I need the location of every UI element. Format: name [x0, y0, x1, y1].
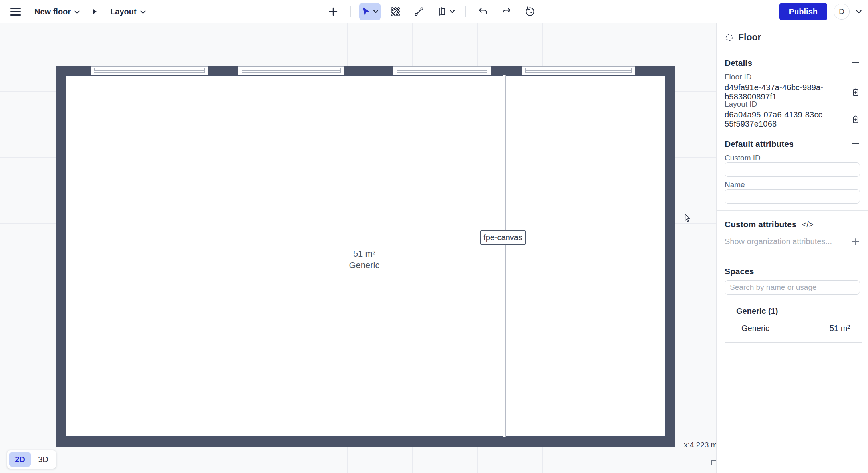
hamburger-icon[interactable]: [10, 8, 21, 16]
space-group-label: Generic (1): [736, 307, 778, 315]
chevron-down-icon: [74, 10, 80, 14]
add-attribute-icon[interactable]: [851, 237, 860, 246]
collapse-default-attributes-button[interactable]: [851, 140, 860, 147]
chevron-down-icon: [450, 10, 455, 13]
area-tool-button[interactable]: [387, 3, 404, 20]
custom-id-label: Custom ID: [725, 154, 860, 162]
panel-title: Floor: [738, 32, 761, 43]
floorplan-canvas[interactable]: 51 m² Generic fpe-canvas x:4.223 m 2D 3D: [0, 23, 716, 473]
coordinate-readout: x:4.223 m: [684, 441, 716, 449]
line-tool-icon: [413, 6, 425, 17]
divider: [717, 48, 868, 48]
chevron-down-icon[interactable]: [856, 10, 862, 14]
copy-icon: [851, 115, 860, 124]
layout-menu-button[interactable]: Layout: [110, 7, 146, 16]
door-tool-icon: [436, 6, 447, 17]
window: [238, 66, 344, 75]
toolbar-divider: [350, 6, 351, 17]
show-org-attributes-row[interactable]: Show organization attributes...: [725, 237, 860, 246]
collapse-details-button[interactable]: [851, 59, 860, 66]
wall-bottom: [56, 437, 675, 447]
chevron-down-icon: [140, 10, 146, 14]
corner-mark: [711, 460, 716, 465]
divider: [725, 342, 862, 343]
window: [91, 66, 208, 75]
window: [393, 66, 491, 75]
floor-menu-label: New floor: [34, 7, 71, 16]
space-row[interactable]: Generic 51 m²: [741, 324, 850, 333]
wall-segment: [208, 66, 238, 75]
copy-floor-id-button[interactable]: [851, 88, 860, 97]
code-icon[interactable]: </>: [802, 220, 814, 229]
properties-panel: Floor Details Floor ID d49fa91e-437a-46b…: [716, 23, 868, 473]
room-usage: Generic: [306, 259, 422, 271]
wall-segment: [635, 66, 675, 75]
show-org-attributes-label: Show organization attributes...: [725, 237, 832, 246]
copy-icon: [851, 88, 860, 97]
top-toolbar: New floor Layout: [0, 0, 868, 23]
layout-id-label: Layout ID: [725, 100, 860, 109]
spaces-heading: Spaces: [725, 267, 754, 276]
floor-menu-button[interactable]: New floor: [34, 7, 80, 16]
canvas-tooltip: fpe-canvas: [480, 230, 526, 245]
custom-id-field[interactable]: [725, 162, 860, 177]
floor-move-icon: [725, 33, 734, 42]
wall-right: [666, 75, 675, 447]
toggle-2d-button[interactable]: 2D: [9, 452, 31, 467]
default-attributes-header: Default attributes: [725, 139, 860, 149]
view-mode-toggle: 2D 3D: [7, 450, 56, 469]
add-element-button[interactable]: [324, 3, 342, 20]
spaces-search-input[interactable]: [725, 280, 860, 295]
custom-attributes-heading: Custom attributes: [725, 220, 796, 229]
space-name: Generic: [741, 324, 769, 333]
spaces-header: Spaces: [725, 267, 860, 276]
room-label: 51 m² Generic: [306, 248, 422, 271]
collapse-spaces-button[interactable]: [851, 267, 860, 275]
breadcrumb-arrow-icon: [93, 9, 97, 14]
space-group-header[interactable]: Generic (1): [736, 307, 850, 316]
name-field[interactable]: [725, 189, 860, 204]
toggle-3d-button[interactable]: 3D: [32, 452, 54, 467]
copy-layout-id-button[interactable]: [851, 115, 860, 124]
layout-menu-label: Layout: [110, 7, 137, 16]
topbar-right: Publish D: [779, 0, 862, 23]
redo-button[interactable]: [498, 3, 515, 20]
divider: [717, 257, 868, 257]
wall-segment: [491, 66, 522, 75]
publish-button[interactable]: Publish: [779, 3, 827, 20]
wall-left: [56, 75, 66, 447]
hatch-tool-icon: [390, 6, 401, 17]
floor-id-row: d49fa91e-437a-46bc-989a-b583800897f1: [725, 83, 860, 101]
floor-id-label: Floor ID: [725, 73, 860, 81]
history-button[interactable]: [521, 3, 539, 20]
name-label: Name: [725, 180, 860, 189]
select-tool-button[interactable]: [359, 3, 381, 20]
layout-id-row: d6a04a95-07a6-4139-83cc-55f5937e1068: [725, 110, 860, 129]
redo-icon: [501, 6, 512, 17]
collapse-custom-attributes-button[interactable]: [851, 220, 860, 228]
space-area: 51 m²: [830, 324, 850, 333]
details-heading: Details: [725, 58, 752, 67]
chevron-down-icon: [373, 10, 378, 13]
undo-button[interactable]: [474, 3, 492, 20]
breadcrumb: New floor Layout: [10, 0, 146, 23]
door-tool-button[interactable]: [434, 3, 457, 20]
custom-attributes-header: Custom attributes</>: [725, 220, 860, 229]
cursor-tool-icon: [362, 6, 371, 17]
mouse-cursor-icon: [685, 214, 692, 224]
divider: [717, 133, 868, 133]
floor-id-value: d49fa91e-437a-46bc-989a-b583800897f1: [725, 83, 851, 101]
wall-tool-button[interactable]: [410, 3, 428, 20]
divider: [717, 210, 868, 211]
avatar-initial: D: [839, 7, 844, 16]
panel-header: Floor: [725, 32, 860, 43]
layout-id-value: d6a04a95-07a6-4139-83cc-55f5937e1068: [725, 110, 851, 129]
avatar[interactable]: D: [834, 4, 850, 20]
room-area: 51 m²: [306, 248, 422, 259]
details-section-header: Details: [725, 58, 860, 68]
collapse-space-group-button[interactable]: [841, 307, 850, 315]
interior-wall: [503, 75, 506, 437]
tool-group: [324, 0, 539, 23]
default-attributes-heading: Default attributes: [725, 139, 794, 148]
wall-segment: [56, 66, 91, 75]
